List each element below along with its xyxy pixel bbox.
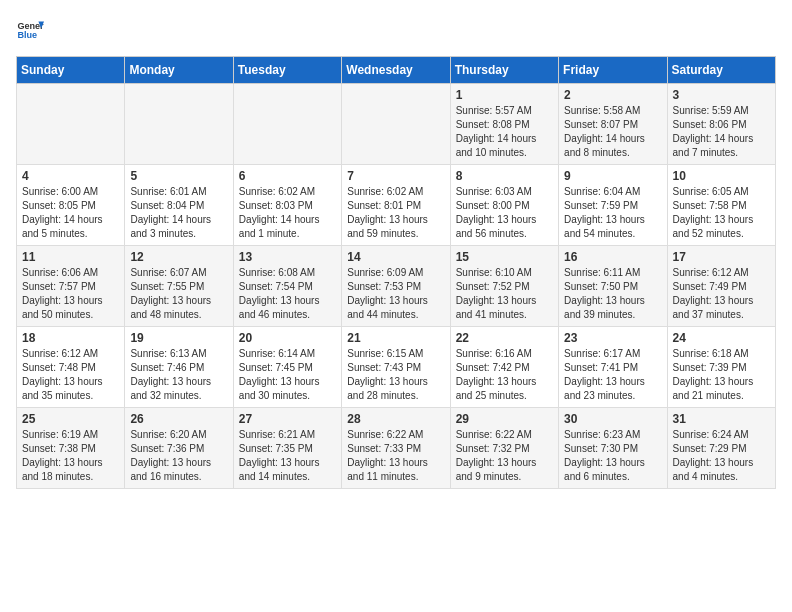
calendar-cell [342,84,450,165]
day-number: 14 [347,250,444,264]
header-row: SundayMondayTuesdayWednesdayThursdayFrid… [17,57,776,84]
calendar-cell: 1Sunrise: 5:57 AM Sunset: 8:08 PM Daylig… [450,84,558,165]
day-info: Sunrise: 6:02 AM Sunset: 8:01 PM Dayligh… [347,185,444,241]
day-number: 9 [564,169,661,183]
calendar-cell: 29Sunrise: 6:22 AM Sunset: 7:32 PM Dayli… [450,408,558,489]
day-info: Sunrise: 6:24 AM Sunset: 7:29 PM Dayligh… [673,428,770,484]
day-info: Sunrise: 6:22 AM Sunset: 7:33 PM Dayligh… [347,428,444,484]
day-info: Sunrise: 6:18 AM Sunset: 7:39 PM Dayligh… [673,347,770,403]
day-info: Sunrise: 6:04 AM Sunset: 7:59 PM Dayligh… [564,185,661,241]
calendar-cell: 17Sunrise: 6:12 AM Sunset: 7:49 PM Dayli… [667,246,775,327]
calendar-cell: 15Sunrise: 6:10 AM Sunset: 7:52 PM Dayli… [450,246,558,327]
day-info: Sunrise: 5:58 AM Sunset: 8:07 PM Dayligh… [564,104,661,160]
day-info: Sunrise: 6:03 AM Sunset: 8:00 PM Dayligh… [456,185,553,241]
day-info: Sunrise: 6:16 AM Sunset: 7:42 PM Dayligh… [456,347,553,403]
day-number: 22 [456,331,553,345]
calendar-body: 1Sunrise: 5:57 AM Sunset: 8:08 PM Daylig… [17,84,776,489]
header-day-wednesday: Wednesday [342,57,450,84]
day-number: 23 [564,331,661,345]
day-number: 3 [673,88,770,102]
day-number: 17 [673,250,770,264]
day-number: 19 [130,331,227,345]
day-info: Sunrise: 6:00 AM Sunset: 8:05 PM Dayligh… [22,185,119,241]
day-number: 31 [673,412,770,426]
day-info: Sunrise: 5:59 AM Sunset: 8:06 PM Dayligh… [673,104,770,160]
week-row-4: 18Sunrise: 6:12 AM Sunset: 7:48 PM Dayli… [17,327,776,408]
calendar-cell [233,84,341,165]
day-number: 7 [347,169,444,183]
calendar-cell: 20Sunrise: 6:14 AM Sunset: 7:45 PM Dayli… [233,327,341,408]
day-number: 8 [456,169,553,183]
day-number: 27 [239,412,336,426]
calendar-cell: 18Sunrise: 6:12 AM Sunset: 7:48 PM Dayli… [17,327,125,408]
day-info: Sunrise: 6:14 AM Sunset: 7:45 PM Dayligh… [239,347,336,403]
day-number: 16 [564,250,661,264]
calendar-cell: 8Sunrise: 6:03 AM Sunset: 8:00 PM Daylig… [450,165,558,246]
day-number: 10 [673,169,770,183]
day-info: Sunrise: 6:12 AM Sunset: 7:49 PM Dayligh… [673,266,770,322]
day-info: Sunrise: 6:05 AM Sunset: 7:58 PM Dayligh… [673,185,770,241]
day-number: 18 [22,331,119,345]
calendar-cell: 6Sunrise: 6:02 AM Sunset: 8:03 PM Daylig… [233,165,341,246]
calendar-cell [125,84,233,165]
day-number: 6 [239,169,336,183]
calendar-cell: 10Sunrise: 6:05 AM Sunset: 7:58 PM Dayli… [667,165,775,246]
day-number: 21 [347,331,444,345]
day-number: 1 [456,88,553,102]
day-info: Sunrise: 6:21 AM Sunset: 7:35 PM Dayligh… [239,428,336,484]
day-number: 13 [239,250,336,264]
day-info: Sunrise: 6:11 AM Sunset: 7:50 PM Dayligh… [564,266,661,322]
svg-text:Blue: Blue [17,30,37,40]
day-number: 12 [130,250,227,264]
calendar-cell: 4Sunrise: 6:00 AM Sunset: 8:05 PM Daylig… [17,165,125,246]
calendar-header: SundayMondayTuesdayWednesdayThursdayFrid… [17,57,776,84]
week-row-5: 25Sunrise: 6:19 AM Sunset: 7:38 PM Dayli… [17,408,776,489]
day-number: 29 [456,412,553,426]
calendar-cell: 22Sunrise: 6:16 AM Sunset: 7:42 PM Dayli… [450,327,558,408]
day-info: Sunrise: 6:10 AM Sunset: 7:52 PM Dayligh… [456,266,553,322]
calendar-cell: 7Sunrise: 6:02 AM Sunset: 8:01 PM Daylig… [342,165,450,246]
day-number: 20 [239,331,336,345]
calendar-cell: 3Sunrise: 5:59 AM Sunset: 8:06 PM Daylig… [667,84,775,165]
day-info: Sunrise: 6:15 AM Sunset: 7:43 PM Dayligh… [347,347,444,403]
logo: General Blue [16,16,48,44]
day-number: 11 [22,250,119,264]
calendar-cell: 2Sunrise: 5:58 AM Sunset: 8:07 PM Daylig… [559,84,667,165]
calendar-cell: 19Sunrise: 6:13 AM Sunset: 7:46 PM Dayli… [125,327,233,408]
page-header: General Blue [16,16,776,44]
calendar-cell: 23Sunrise: 6:17 AM Sunset: 7:41 PM Dayli… [559,327,667,408]
calendar-cell: 31Sunrise: 6:24 AM Sunset: 7:29 PM Dayli… [667,408,775,489]
day-info: Sunrise: 6:13 AM Sunset: 7:46 PM Dayligh… [130,347,227,403]
calendar-cell: 27Sunrise: 6:21 AM Sunset: 7:35 PM Dayli… [233,408,341,489]
day-info: Sunrise: 6:02 AM Sunset: 8:03 PM Dayligh… [239,185,336,241]
calendar-cell: 5Sunrise: 6:01 AM Sunset: 8:04 PM Daylig… [125,165,233,246]
header-day-thursday: Thursday [450,57,558,84]
calendar-cell: 16Sunrise: 6:11 AM Sunset: 7:50 PM Dayli… [559,246,667,327]
day-number: 25 [22,412,119,426]
day-number: 26 [130,412,227,426]
day-info: Sunrise: 6:09 AM Sunset: 7:53 PM Dayligh… [347,266,444,322]
logo-icon: General Blue [16,16,44,44]
day-number: 4 [22,169,119,183]
day-number: 30 [564,412,661,426]
day-info: Sunrise: 6:22 AM Sunset: 7:32 PM Dayligh… [456,428,553,484]
day-info: Sunrise: 6:19 AM Sunset: 7:38 PM Dayligh… [22,428,119,484]
header-day-tuesday: Tuesday [233,57,341,84]
day-info: Sunrise: 6:23 AM Sunset: 7:30 PM Dayligh… [564,428,661,484]
header-day-saturday: Saturday [667,57,775,84]
day-number: 24 [673,331,770,345]
day-info: Sunrise: 6:01 AM Sunset: 8:04 PM Dayligh… [130,185,227,241]
week-row-1: 1Sunrise: 5:57 AM Sunset: 8:08 PM Daylig… [17,84,776,165]
calendar-cell: 11Sunrise: 6:06 AM Sunset: 7:57 PM Dayli… [17,246,125,327]
header-day-sunday: Sunday [17,57,125,84]
calendar-cell: 28Sunrise: 6:22 AM Sunset: 7:33 PM Dayli… [342,408,450,489]
calendar-cell: 25Sunrise: 6:19 AM Sunset: 7:38 PM Dayli… [17,408,125,489]
calendar-table: SundayMondayTuesdayWednesdayThursdayFrid… [16,56,776,489]
day-info: Sunrise: 6:17 AM Sunset: 7:41 PM Dayligh… [564,347,661,403]
day-info: Sunrise: 6:12 AM Sunset: 7:48 PM Dayligh… [22,347,119,403]
header-day-monday: Monday [125,57,233,84]
day-info: Sunrise: 6:06 AM Sunset: 7:57 PM Dayligh… [22,266,119,322]
day-info: Sunrise: 6:20 AM Sunset: 7:36 PM Dayligh… [130,428,227,484]
day-number: 2 [564,88,661,102]
week-row-3: 11Sunrise: 6:06 AM Sunset: 7:57 PM Dayli… [17,246,776,327]
